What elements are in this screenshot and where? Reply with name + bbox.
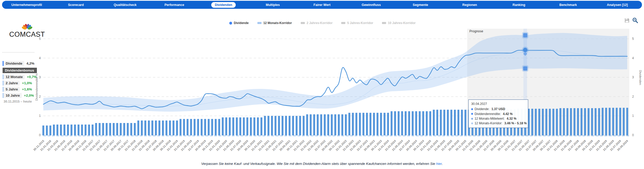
series-dot-icon — [471, 108, 473, 110]
tooltip-row-dividende: Dividende:1.37 USD — [471, 107, 525, 111]
tab-qualitaetscheck[interactable]: Qualitätscheck — [101, 2, 150, 8]
tab-fairer-wert[interactable]: Fairer Wert — [297, 2, 347, 8]
svg-text:3: 3 — [632, 75, 634, 79]
tab-multiples[interactable]: Multiples — [248, 2, 297, 8]
tooltip-row-korridor: 12 Monats-Korridor:3.46 % - 5.18 % — [471, 121, 525, 126]
svg-text:0: 0 — [632, 133, 634, 137]
svg-text:5: 5 — [632, 37, 634, 41]
dividend-dashboard: Unternehmensprofil Scorecard Qualitätsch… — [0, 0, 644, 169]
tab-benchmark[interactable]: Benchmark — [543, 2, 593, 8]
svg-text:5: 5 — [39, 37, 41, 41]
svg-text:3: 3 — [39, 75, 41, 79]
series-dot-icon — [471, 122, 473, 124]
tab-analysen[interactable]: Analysen [12] — [593, 2, 642, 8]
svg-text:2: 2 — [39, 95, 41, 98]
svg-text:4: 4 — [39, 56, 41, 60]
series-dot-icon — [471, 118, 473, 120]
svg-text:Dividendenrendite %: Dividendenrendite % — [35, 73, 38, 101]
tab-scorecard[interactable]: Scorecard — [51, 2, 101, 8]
dividend-yield-chart[interactable]: 30.11.201531.01.201631.03.201631.05.2016… — [0, 16, 644, 169]
forecast-region-label: Prognose — [469, 29, 483, 33]
tab-segmente[interactable]: Segmente — [396, 2, 445, 8]
hier-link[interactable]: hier — [436, 162, 442, 166]
tooltip-row-mittelwert: 12 Monats-Mittelwert:4.32 % — [471, 116, 525, 121]
tab-dividenden[interactable]: Dividenden — [199, 2, 248, 8]
dividend-alarm-note: Verpassen Sie keine Kauf- und Verkaufssi… — [0, 162, 644, 166]
svg-text:2: 2 — [632, 95, 634, 98]
svg-text:1: 1 — [632, 114, 634, 118]
svg-text:Dividenden: Dividenden — [639, 70, 642, 85]
tab-ranking[interactable]: Ranking — [494, 2, 543, 8]
top-nav-bar: Unternehmensprofil Scorecard Qualitätsch… — [2, 1, 642, 9]
svg-text:0: 0 — [39, 133, 41, 137]
tab-performance[interactable]: Performance — [150, 2, 199, 8]
tab-gewinnfluss[interactable]: Gewinnfluss — [347, 2, 396, 8]
series-dot-icon — [471, 113, 473, 115]
tooltip-row-rendite: Dividendenrendite:4.42 % — [471, 112, 525, 116]
tab-regionen[interactable]: Regionen — [445, 2, 494, 8]
tab-unternehmensprofil[interactable]: Unternehmensprofil — [2, 2, 51, 8]
tooltip-date: 30.04.2027 — [471, 102, 525, 106]
svg-text:1: 1 — [39, 114, 41, 118]
svg-text:4: 4 — [632, 56, 634, 60]
chart-tooltip: 30.04.2027 Dividende:1.37 USD Dividenden… — [468, 99, 528, 128]
